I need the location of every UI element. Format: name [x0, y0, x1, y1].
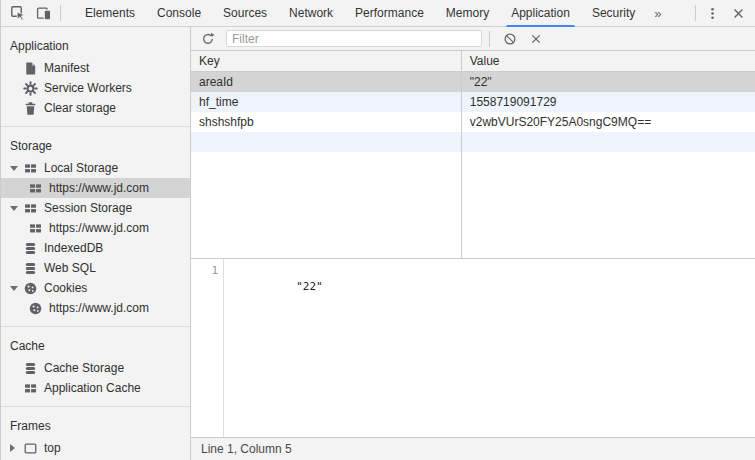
sidebar-section-application: Application Manifest Service Workers Cle…	[1, 27, 190, 126]
more-tabs-button[interactable]: »	[646, 6, 669, 21]
triangle-right-icon	[10, 444, 15, 452]
section-title-cache: Cache	[1, 333, 190, 358]
sidebar-item-label: Application Cache	[44, 381, 141, 395]
value-preview-pane: 1 "22"	[191, 258, 755, 437]
cursor-position-text: Line 1, Column 5	[201, 442, 292, 456]
grid-icon	[23, 201, 38, 216]
database-icon	[23, 241, 38, 256]
cell-value: 1558719091729	[462, 92, 755, 112]
storage-toolbar	[191, 27, 755, 51]
gear-icon	[23, 81, 38, 96]
sidebar-item-label: Cookies	[44, 281, 87, 295]
sidebar-item-clear-storage[interactable]: Clear storage	[1, 98, 190, 118]
column-header-value[interactable]: Value	[462, 51, 755, 71]
sidebar-item-application-cache[interactable]: Application Cache	[1, 378, 190, 398]
sidebar-item-session-storage-jd[interactable]: https://www.jd.com	[1, 218, 190, 238]
inspect-element-button[interactable]	[5, 1, 31, 25]
triangle-down-icon	[10, 166, 18, 171]
ban-icon	[503, 32, 517, 46]
panel-tabs: Elements Console Sources Network Perform…	[74, 0, 646, 27]
tab-performance[interactable]: Performance	[344, 0, 435, 27]
sidebar-item-session-storage[interactable]: Session Storage	[1, 198, 190, 218]
kebab-menu-icon	[705, 6, 720, 21]
close-icon	[529, 32, 543, 46]
cell-value: "22"	[462, 72, 755, 92]
sidebar-item-label: https://www.jd.com	[49, 301, 149, 315]
section-title-frames: Frames	[1, 413, 190, 438]
sidebar-item-label: Web SQL	[44, 261, 96, 275]
tab-application[interactable]: Application	[500, 0, 581, 27]
triangle-down-icon	[10, 206, 18, 211]
tab-console[interactable]: Console	[146, 0, 212, 27]
table-empty-area	[191, 152, 755, 258]
storage-items-table: Key Value areaId "22" hf_time 1558719091…	[191, 51, 755, 258]
sidebar-item-label: Service Workers	[44, 81, 132, 95]
tab-network[interactable]: Network	[278, 0, 344, 27]
cell-key: hf_time	[191, 92, 462, 112]
table-row[interactable]: shshshfpb v2wbVUrS20FY25A0sngC9MQ==	[191, 112, 755, 132]
table-row[interactable]: hf_time 1558719091729	[191, 92, 755, 112]
devtools-window: Elements Console Sources Network Perform…	[0, 0, 755, 460]
cookie-icon	[23, 281, 38, 296]
sidebar-item-indexeddb[interactable]: IndexedDB	[1, 238, 190, 258]
toolbar-divider	[489, 31, 490, 47]
cell-key: shshshfpb	[191, 112, 462, 132]
line-number-gutter: 1	[191, 259, 224, 437]
inspect-cursor-icon	[10, 5, 26, 21]
devtools-menu-button[interactable]	[699, 1, 725, 25]
database-icon	[23, 261, 38, 276]
tab-memory[interactable]: Memory	[435, 0, 500, 27]
sidebar-item-service-workers[interactable]: Service Workers	[1, 78, 190, 98]
grid-icon	[23, 161, 38, 176]
grid-icon	[28, 181, 43, 196]
filter-input[interactable]	[226, 30, 482, 47]
application-sidebar: Application Manifest Service Workers Cle…	[1, 27, 191, 460]
sidebar-item-local-storage-jd[interactable]: https://www.jd.com	[1, 178, 190, 198]
sidebar-item-cache-storage[interactable]: Cache Storage	[1, 358, 190, 378]
tab-sources[interactable]: Sources	[212, 0, 278, 27]
close-devtools-button[interactable]	[725, 1, 751, 25]
editor-statusbar: Line 1, Column 5	[191, 437, 755, 460]
sidebar-item-label: Local Storage	[44, 161, 118, 175]
delete-selected-button[interactable]	[523, 27, 549, 51]
value-preview-editor[interactable]: "22"	[224, 259, 755, 437]
frame-icon	[23, 441, 38, 456]
device-toolbar-button[interactable]	[31, 1, 57, 25]
grid-icon	[28, 221, 43, 236]
table-filler-row[interactable]	[191, 132, 755, 152]
file-icon	[23, 61, 38, 76]
sidebar-item-local-storage[interactable]: Local Storage	[1, 158, 190, 178]
sidebar-item-label: IndexedDB	[44, 241, 103, 255]
close-icon	[731, 6, 746, 21]
toolbar-divider	[695, 5, 696, 21]
sidebar-item-web-sql[interactable]: Web SQL	[1, 258, 190, 278]
sidebar-item-manifest[interactable]: Manifest	[1, 58, 190, 78]
triangle-down-icon	[10, 286, 18, 291]
grid-icon	[23, 381, 38, 396]
tab-elements[interactable]: Elements	[74, 0, 146, 27]
line-number: 1	[191, 263, 218, 279]
trash-icon	[23, 101, 38, 116]
clear-all-button[interactable]	[497, 27, 523, 51]
column-header-key[interactable]: Key	[191, 51, 462, 71]
preview-value-text: "22"	[296, 280, 323, 293]
devtools-tabbar: Elements Console Sources Network Perform…	[1, 0, 755, 27]
table-header-row: Key Value	[191, 51, 755, 72]
section-title-application: Application	[1, 33, 190, 58]
section-title-storage: Storage	[1, 133, 190, 158]
cookie-icon	[28, 301, 43, 316]
sidebar-item-frame-top[interactable]: top	[1, 438, 190, 458]
sidebar-item-label: https://www.jd.com	[49, 221, 149, 235]
sidebar-item-label: Manifest	[44, 61, 89, 75]
sidebar-section-cache: Cache Cache Storage Application Cache	[1, 326, 190, 406]
tab-security[interactable]: Security	[581, 0, 646, 27]
device-toolbar-icon	[36, 5, 52, 21]
sidebar-item-label: Cache Storage	[44, 361, 124, 375]
table-row[interactable]: areaId "22"	[191, 72, 755, 92]
refresh-button[interactable]	[195, 27, 221, 51]
sidebar-section-frames: Frames top	[1, 406, 190, 460]
sidebar-item-cookies[interactable]: Cookies	[1, 278, 190, 298]
sidebar-item-label: https://www.jd.com	[49, 181, 149, 195]
refresh-icon	[201, 32, 215, 46]
sidebar-item-cookies-jd[interactable]: https://www.jd.com	[1, 298, 190, 318]
